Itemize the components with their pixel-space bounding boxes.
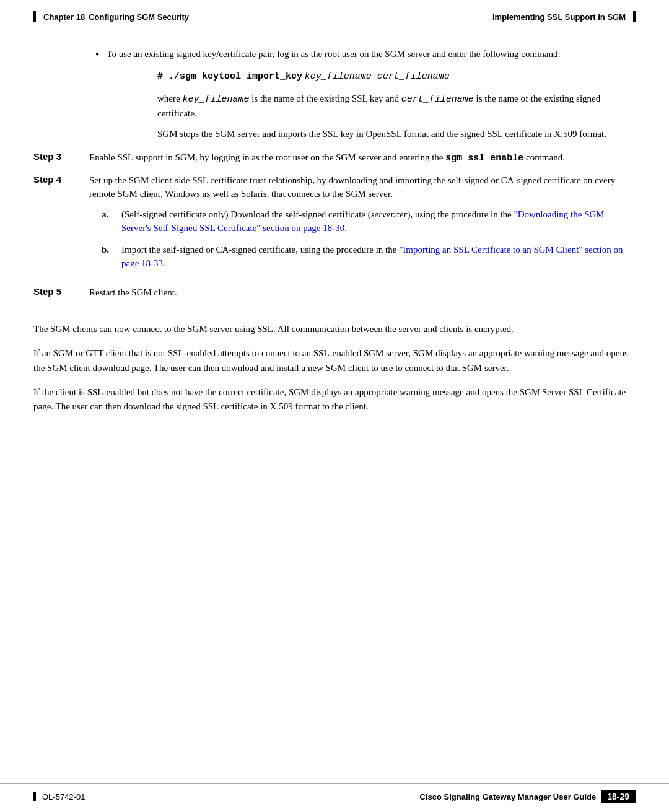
bullet-text: To use an existing signed key/certificat… (107, 47, 636, 63)
body-paragraphs: The SGM clients can now connect to the S… (33, 322, 636, 414)
header-right: Implementing SSL Support in SGM (492, 11, 636, 22)
command-args: key_filename cert_filename (305, 71, 450, 82)
header-chapter: Chapter 18 (43, 12, 85, 22)
cmd-para1-cert: cert_filename (401, 94, 474, 105)
command-para1: where key_filename is the name of the ex… (157, 92, 636, 121)
sub-step-b-content: Import the self-signed or CA-signed cert… (121, 243, 636, 271)
body-para-3: If the client is SSL-enabled but does no… (33, 385, 636, 414)
step-3-text-before: Enable SSL support in SGM, by logging in… (89, 152, 445, 162)
footer-right: Cisco Signaling Gateway Manager User Gui… (420, 790, 636, 803)
main-content: • To use an existing signed key/certific… (0, 28, 669, 414)
step-3-content: Enable SSL support in SGM, by logging in… (89, 151, 636, 166)
sub-step-a-italic: server.cer (371, 209, 408, 219)
command-line: # ./sgm keytool import_key key_filename … (157, 69, 636, 84)
sub-step-a-after: . (344, 223, 347, 233)
header-section-title: Implementing SSL Support in SGM (492, 12, 626, 22)
sub-step-a-label: a. (102, 207, 115, 235)
cmd-para1-before: where (157, 94, 182, 103)
header-bar-right-icon (633, 11, 636, 22)
header-left: Chapter 18 Configuring SGM Security (33, 11, 189, 22)
sub-step-b-before: Import the self-signed or CA-signed cert… (121, 245, 399, 255)
bullet-section: • To use an existing signed key/certific… (95, 47, 636, 141)
header-bar-icon (33, 11, 36, 22)
header-chapter-title: Configuring SGM Security (89, 12, 189, 22)
step-4-text: Set up the SGM client-side SSL certifica… (89, 175, 615, 199)
step-3-label: Step 3 (33, 151, 89, 162)
page-footer: OL-5742-01 Cisco Signaling Gateway Manag… (0, 783, 669, 812)
body-para-1: The SGM clients can now connect to the S… (33, 322, 636, 336)
step-3-row: Step 3 Enable SSL support in SGM, by log… (33, 151, 636, 166)
step-5-content: Restart the SGM client. (89, 286, 636, 300)
sub-step-a-before: (Self-signed certificate only) Download … (121, 209, 371, 219)
sub-steps: a. (Self-signed certificate only) Downlo… (102, 207, 636, 271)
bullet-item: • To use an existing signed key/certific… (95, 47, 636, 63)
command-prefix: # ./sgm keytool import_key (157, 71, 302, 82)
step-4-row: Step 4 Set up the SGM client-side SSL ce… (33, 173, 636, 278)
command-para2: SGM stops the SGM server and imports the… (157, 127, 636, 141)
sub-step-a-row: a. (Self-signed certificate only) Downlo… (102, 207, 636, 235)
step-4-content: Set up the SGM client-side SSL certifica… (89, 173, 636, 278)
step-3-bold: sgm ssl enable (445, 153, 523, 164)
step-5-row: Step 5 Restart the SGM client. (33, 286, 636, 300)
body-para-2: If an SGM or GTT client that is not SSL-… (33, 346, 636, 375)
sub-step-b-label: b. (102, 243, 115, 271)
sub-step-b-row: b. Import the self-signed or CA-signed c… (102, 243, 636, 271)
section-divider (33, 307, 636, 307)
command-block: # ./sgm keytool import_key key_filename … (157, 69, 636, 141)
footer-bar-left-icon (33, 792, 36, 801)
footer-left: OL-5742-01 (33, 792, 85, 801)
step-4-label: Step 4 (33, 173, 89, 185)
sub-step-a-content: (Self-signed certificate only) Download … (121, 207, 636, 235)
bullet-dot-icon: • (95, 47, 99, 63)
footer-page-number: 18-29 (601, 790, 636, 803)
cmd-para1-key: key_filename (182, 94, 249, 105)
steps-section: Step 3 Enable SSL support in SGM, by log… (33, 151, 636, 299)
footer-ol-number: OL-5742-01 (42, 792, 85, 801)
footer-guide-title: Cisco Signaling Gateway Manager User Gui… (420, 792, 597, 801)
step-5-label: Step 5 (33, 286, 89, 297)
page-header: Chapter 18 Configuring SGM Security Impl… (0, 0, 669, 28)
step-3-text-after: command. (523, 152, 565, 162)
cmd-para1-mid: is the name of the existing SSL key and (249, 94, 401, 103)
sub-step-a-mid: ), using the procedure in the (408, 209, 514, 219)
sub-step-b-after: . (163, 258, 165, 268)
